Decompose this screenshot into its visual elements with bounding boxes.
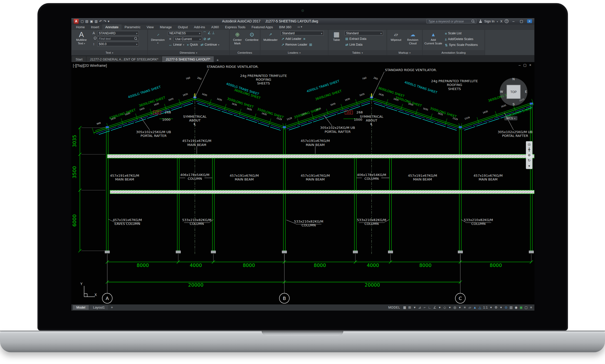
redo-icon[interactable]: ↷	[104, 19, 106, 23]
navbar-menu-icon[interactable]: ▾	[528, 164, 530, 168]
sync-scale-positions-button[interactable]: ⇅Sync Scale Positions	[444, 42, 479, 47]
add-current-scale-button[interactable]: ▲ Add Current Scale	[424, 31, 442, 50]
drawing-viewport[interactable]: 6681635163516351635163516351635163516351…	[71, 62, 534, 304]
doc-tab-j1277-5[interactable]: J1277-5 SHEETING LAYOUT*	[162, 56, 214, 62]
status-isolate-objects-icon[interactable]: ◉	[514, 306, 518, 309]
revision-cloud-button[interactable]: ☁ Revision Cloud	[405, 31, 420, 50]
status-polar-tracking-icon[interactable]: ∠	[433, 306, 437, 309]
ribbon-display-toggle-icon[interactable]: ▭ ▾	[297, 25, 302, 30]
viewport-controls[interactable]: [-][Top][2D Wireframe]	[73, 64, 107, 68]
undo-icon[interactable]: ↶	[99, 19, 102, 23]
status-transparency-icon[interactable]: ▱	[468, 306, 472, 309]
dim-break-icon[interactable]: ⊘	[203, 37, 206, 41]
ribbon-panel-label-text[interactable]: Text▾	[71, 50, 147, 55]
add-delete-scales-button[interactable]: ±Add/Delete Scales	[444, 37, 479, 42]
layout-tab-model[interactable]: Model	[73, 305, 89, 310]
linear-button[interactable]: ↔Linear▾	[168, 42, 185, 47]
scale-list-button[interactable]: ≡Scale List	[444, 31, 479, 36]
orbit-icon[interactable]: ↻	[528, 159, 531, 162]
status-snap-menu-icon[interactable]: ▾	[413, 306, 416, 309]
search-icon[interactable]	[471, 20, 474, 23]
find-text-input[interactable]: Find text	[97, 36, 139, 41]
centerline-button[interactable]: ⊙ Centerline	[245, 31, 259, 50]
leader-align-icon[interactable]: ≡	[303, 37, 305, 41]
leader-collect-icon[interactable]: ⊞	[309, 43, 312, 46]
maximize-button[interactable]: ▢	[518, 19, 525, 23]
ribbon-panel-label-centerlines[interactable]: Centerlines	[230, 50, 260, 55]
ribbon-panel-label-annotation-scaling[interactable]: Annotation Scaling	[422, 50, 485, 55]
link-data-button[interactable]: ⇄Link Data	[345, 42, 383, 47]
multileader-button[interactable]: ↗ Multileader	[262, 31, 279, 50]
viewcube-top-face[interactable]: TOP	[507, 85, 521, 99]
zoom-icon[interactable]: ⊕	[528, 153, 531, 157]
dim-update-icon[interactable]: ⇄	[207, 37, 210, 41]
status-graphics-performance-icon[interactable]: ▣	[519, 306, 523, 309]
dim-layer-select[interactable]: Use Current▾	[174, 37, 202, 41]
ribbon-tab-insert[interactable]: Insert	[88, 24, 102, 29]
extract-data-button[interactable]: ⊞Extract Data	[345, 36, 383, 41]
ribbon-tab-featured-apps[interactable]: Featured Apps	[249, 24, 276, 29]
viewport-close-icon[interactable]: ×	[529, 63, 531, 67]
minimize-button[interactable]: –	[511, 19, 516, 23]
close-button[interactable]: ×	[527, 19, 532, 23]
continue-button[interactable]: ⇄Continue▾	[200, 42, 220, 47]
status-polar-menu-icon[interactable]: ▾	[438, 306, 442, 309]
dim-baseline-icon[interactable]: ⊥	[212, 31, 215, 36]
status-infer-constraints-icon[interactable]: ⊿	[418, 306, 421, 309]
viewcube[interactable]: N S W E TOP	[498, 76, 529, 108]
status-annotation-visibility-icon[interactable]: ▲	[473, 306, 477, 309]
new-drawing-tab-button[interactable]: +	[214, 58, 221, 62]
ribbon-tab-home[interactable]: Home	[73, 24, 88, 29]
cad-svg[interactable]: 6681635163516351635163516351635163516351…	[71, 62, 534, 304]
status-snap-mode-icon[interactable]: ⊞	[408, 306, 411, 309]
text-height-select[interactable]: 500.0▾	[97, 42, 139, 46]
ribbon-tab-output[interactable]: Output	[175, 24, 191, 29]
status-scale-menu-icon[interactable]: ▾	[489, 306, 493, 309]
table-style-select[interactable]: Standard▾	[345, 31, 383, 35]
dimension-button[interactable]: ↔ Dimension ▾	[149, 31, 166, 50]
ribbon-tab-a360[interactable]: A360	[208, 24, 222, 29]
navigation-wheel-icon[interactable]: ◎	[528, 142, 531, 146]
dim-arc-icon[interactable]: ⌒	[203, 31, 206, 36]
text-style-select[interactable]: STANDARD▾	[97, 31, 139, 35]
status-isodraft-menu-icon[interactable]: ▾	[448, 306, 451, 309]
doc-tab-start[interactable]: Start	[72, 56, 86, 62]
model-space-label[interactable]: MODEL	[388, 306, 400, 309]
save-icon[interactable]: ▣	[90, 19, 93, 23]
new-layout-button[interactable]: +	[109, 306, 115, 309]
quick-button[interactable]: »Quick	[186, 42, 199, 47]
status-annotation-scale-icon[interactable]: 1:1	[483, 306, 488, 309]
plot-icon[interactable]: ▥	[95, 19, 98, 23]
leader-style-select[interactable]: Standard▾	[281, 31, 324, 35]
remove-leader-button[interactable]: ↗Remove Leader	[281, 42, 308, 47]
ribbon-tab-bim-360[interactable]: BIM 360	[276, 24, 294, 29]
layout-tab-layout1[interactable]: Layout1	[89, 305, 108, 310]
status-osnap-menu-icon[interactable]: ▾	[458, 306, 462, 309]
status-dynamic-input-icon[interactable]: ⌐	[423, 306, 427, 309]
viewcube-east[interactable]: E	[525, 90, 527, 94]
viewcube-west[interactable]: W	[500, 90, 503, 94]
autocad-logo-button[interactable]: A	[74, 19, 79, 24]
status-quick-properties-icon[interactable]: ▤	[509, 306, 513, 309]
ribbon-panel-label-leaders[interactable]: Leaders▾	[260, 50, 328, 55]
viewcube-south[interactable]: S	[512, 103, 515, 106]
wcs-selector[interactable]: WCS▾	[504, 116, 517, 120]
ribbon-tab-view[interactable]: View	[144, 24, 157, 29]
status-annotation-monitor-icon[interactable]: ⊙	[504, 306, 508, 309]
ribbon-panel-label-markup[interactable]: Markup▾	[387, 50, 422, 55]
add-leader-button[interactable]: ↗Add Leader	[281, 36, 302, 41]
ribbon-tab-add-ins[interactable]: Add-ins	[191, 24, 208, 29]
status-isodraft-icon[interactable]: ◇	[443, 306, 446, 309]
sign-in-menu-icon[interactable]: ▾	[497, 20, 498, 23]
pan-icon[interactable]: ╋	[528, 148, 530, 151]
exchange-icon[interactable]: Χ	[500, 19, 502, 23]
viewport-minimize-icon[interactable]: –	[519, 63, 521, 67]
ribbon-tab-express-tools[interactable]: Express Tools	[222, 24, 249, 29]
status-workspace-icon[interactable]: ⚙	[494, 306, 498, 309]
multiline-text-button[interactable]: A Multiline Text ▾	[73, 31, 90, 50]
status-ortho-icon[interactable]: ∟	[428, 306, 432, 309]
wipeout-button[interactable]: ▱ Wipeout	[388, 31, 403, 50]
table-button[interactable]: ▦ Table	[330, 31, 343, 50]
dim-style-select[interactable]: NEATNESS▾	[168, 31, 202, 36]
sign-in-button[interactable]: Sign In	[484, 19, 495, 23]
